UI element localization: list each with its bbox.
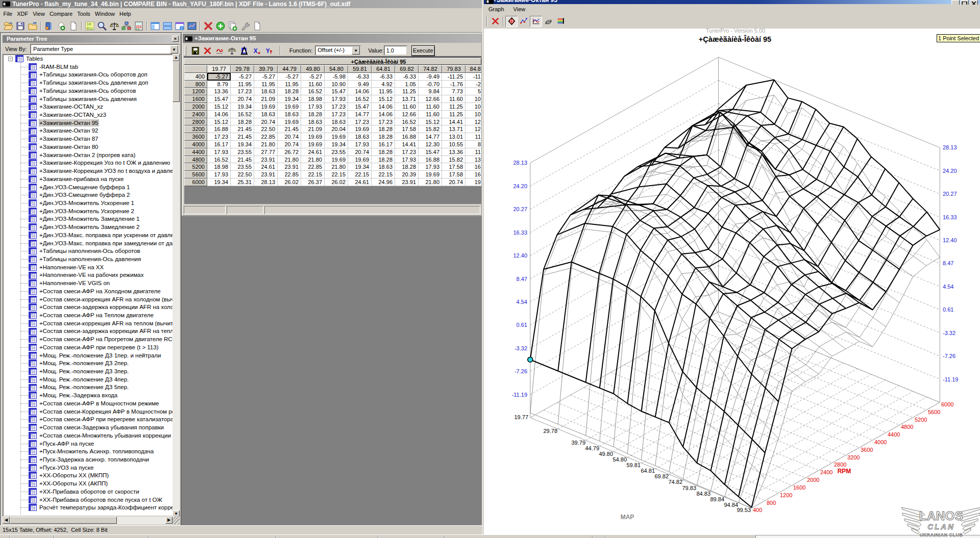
svg-text:UKRAINIAN CLUB: UKRAINIAN CLUB — [920, 532, 963, 537]
svg-text:20.27: 20.27 — [513, 206, 527, 212]
svg-text:800: 800 — [767, 500, 776, 506]
svg-text:84.83: 84.83 — [696, 491, 710, 497]
svg-text:6000: 6000 — [941, 401, 953, 407]
svg-text:Y: Y — [265, 47, 270, 54]
svg-text:1600: 1600 — [793, 484, 805, 491]
svg-text:39.79: 39.79 — [571, 440, 585, 446]
svg-text:RPM: RPM — [838, 468, 851, 475]
svg-text:-3.32: -3.32 — [514, 345, 527, 351]
svg-text:4400: 4400 — [888, 431, 900, 438]
svg-text:89.84: 89.84 — [710, 496, 724, 502]
svg-text:24.20: 24.20 — [943, 168, 957, 174]
svg-text:LANOS: LANOS — [919, 509, 964, 523]
svg-text:5600: 5600 — [928, 409, 940, 415]
svg-text:3200: 3200 — [847, 454, 860, 460]
svg-text:+Çàæèãàíèå-Îêòàí 95: +Çàæèãàíèå-Îêòàí 95 — [699, 35, 771, 43]
svg-text:X: X — [253, 47, 257, 54]
svg-text:79.83: 79.83 — [682, 485, 696, 491]
svg-text:8.47: 8.47 — [943, 260, 953, 266]
svg-text:CLAN: CLAN — [927, 522, 955, 531]
svg-text:59.81: 59.81 — [626, 462, 641, 468]
svg-text:28.13: 28.13 — [513, 160, 527, 166]
svg-text:16.33: 16.33 — [943, 214, 957, 220]
svg-text:4.54: 4.54 — [943, 284, 953, 290]
svg-text:TunerPro - Version 5.00: TunerPro - Version 5.00 — [706, 29, 765, 34]
svg-text:-11.19: -11.19 — [943, 376, 958, 382]
svg-text:0.61: 0.61 — [943, 306, 953, 313]
svg-text:1200: 1200 — [780, 492, 792, 498]
svg-text:MAP: MAP — [621, 514, 634, 521]
svg-text:44.79: 44.79 — [585, 445, 599, 451]
svg-text:3600: 3600 — [861, 447, 873, 453]
svg-text:-11.19: -11.19 — [512, 392, 527, 398]
svg-text:99.53: 99.53 — [737, 507, 751, 513]
svg-text:011: 011 — [87, 27, 93, 31]
svg-text:2400: 2400 — [820, 469, 832, 475]
svg-text:49.80: 49.80 — [599, 451, 613, 457]
svg-text:24.20: 24.20 — [513, 183, 527, 189]
svg-text:29.78: 29.78 — [543, 428, 557, 434]
svg-text:10:: 10: — [87, 22, 93, 27]
svg-text:-3.32: -3.32 — [943, 330, 955, 336]
svg-text:-7.26: -7.26 — [943, 353, 955, 359]
svg-text:2800: 2800 — [834, 462, 846, 468]
svg-text:12.40: 12.40 — [513, 252, 527, 259]
svg-text:94.84: 94.84 — [724, 502, 738, 508]
svg-text:19.77: 19.77 — [514, 414, 528, 420]
svg-text:4800: 4800 — [901, 424, 913, 430]
svg-text:0.61: 0.61 — [517, 322, 527, 328]
svg-text:74.82: 74.82 — [668, 479, 682, 485]
svg-text:i: i — [181, 26, 182, 31]
svg-text:2000: 2000 — [807, 477, 819, 483]
svg-text:16.33: 16.33 — [513, 229, 527, 236]
svg-text:28.13: 28.13 — [943, 144, 957, 150]
svg-text:69.82: 69.82 — [654, 473, 669, 479]
svg-text:12.40: 12.40 — [943, 237, 957, 243]
svg-text:4.54: 4.54 — [517, 299, 527, 305]
svg-text:54.80: 54.80 — [612, 456, 627, 463]
svg-text:400: 400 — [753, 507, 762, 513]
svg-text:64.81: 64.81 — [641, 468, 655, 474]
svg-text:20.27: 20.27 — [943, 191, 957, 197]
svg-text:-7.26: -7.26 — [514, 368, 527, 374]
svg-text:5200: 5200 — [915, 417, 927, 423]
svg-text:4000: 4000 — [874, 439, 887, 445]
svg-text:8.47: 8.47 — [517, 276, 527, 282]
